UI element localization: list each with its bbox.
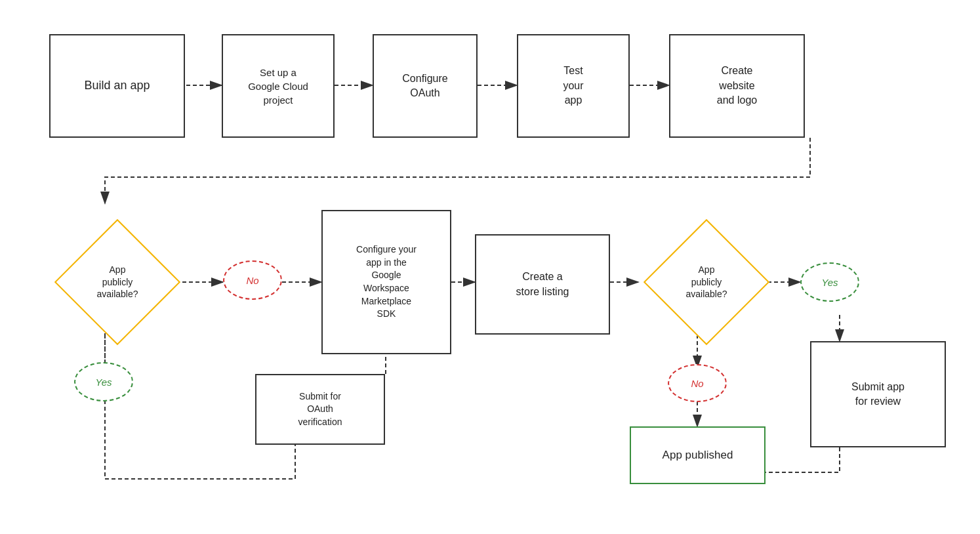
submit-review-box: Submit appfor review [810, 341, 946, 447]
yes-left-label: Yes [95, 377, 112, 388]
create-website-box: Createwebsiteand logo [669, 34, 805, 138]
app-published-box: App published [630, 426, 766, 484]
build-app-box: Build an app [49, 34, 185, 138]
app-published-label: App published [663, 447, 733, 463]
submit-oauth-label: Submit forOAuthverification [298, 390, 342, 429]
no-oval-left: No [223, 260, 282, 300]
submit-review-label: Submit appfor review [851, 380, 905, 409]
no-oval-right: No [668, 364, 727, 402]
no-right-label: No [691, 378, 703, 389]
right-diamond-wrap: Apppubliclyavailable? [638, 216, 775, 348]
yes-oval-right: Yes [800, 262, 859, 302]
build-app-label: Build an app [84, 77, 150, 94]
configure-oauth-label: ConfigureOAuth [402, 72, 447, 101]
diagram: Build an app Set up aGoogle Cloudproject… [0, 0, 980, 534]
configure-workspace-box: Configure yourapp in theGoogleWorkspaceM… [321, 210, 451, 354]
create-store-box: Create astore listing [475, 234, 610, 335]
setup-gcp-box: Set up aGoogle Cloudproject [222, 34, 335, 138]
configure-oauth-box: ConfigureOAuth [373, 34, 478, 138]
create-website-label: Createwebsiteand logo [717, 64, 757, 108]
no-left-label: No [246, 275, 258, 286]
submit-oauth-box: Submit forOAuthverification [255, 374, 385, 445]
configure-workspace-label: Configure yourapp in theGoogleWorkspaceM… [356, 243, 417, 321]
setup-gcp-label: Set up aGoogle Cloudproject [248, 66, 308, 107]
yes-oval-left: Yes [74, 362, 133, 401]
yes-right-label: Yes [821, 277, 838, 288]
left-diamond-wrap: Apppubliclyavailable? [49, 216, 186, 348]
test-app-label: Testyourapp [563, 64, 583, 108]
test-app-box: Testyourapp [517, 34, 630, 138]
create-store-label: Create astore listing [516, 270, 569, 299]
